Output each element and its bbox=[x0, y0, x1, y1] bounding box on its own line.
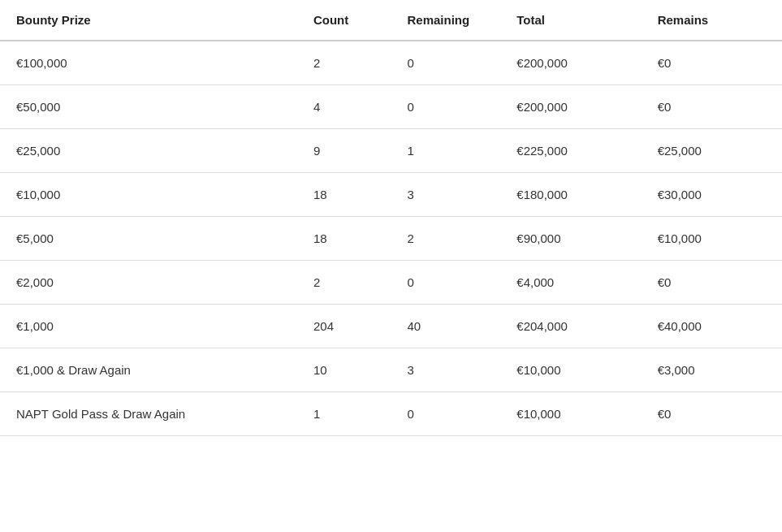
cell-total: €204,000 bbox=[500, 305, 641, 348]
cell-remaining: 3 bbox=[391, 173, 501, 217]
cell-remains: €30,000 bbox=[642, 173, 782, 217]
table-row: €50,00040€200,000€0 bbox=[0, 85, 782, 129]
col-header-total: Total bbox=[500, 0, 641, 41]
col-header-remaining: Remaining bbox=[391, 0, 501, 41]
cell-count: 10 bbox=[297, 348, 391, 392]
table-row: €1,00020440€204,000€40,000 bbox=[0, 305, 782, 348]
col-header-prize: Bounty Prize bbox=[0, 0, 297, 41]
cell-count: 9 bbox=[297, 129, 391, 173]
cell-remaining: 0 bbox=[391, 41, 501, 85]
cell-remains: €10,000 bbox=[642, 217, 782, 261]
cell-remains: €0 bbox=[642, 392, 782, 436]
cell-remains: €0 bbox=[642, 41, 782, 85]
cell-total: €200,000 bbox=[500, 41, 641, 85]
cell-remaining: 3 bbox=[391, 348, 501, 392]
cell-prize: €5,000 bbox=[0, 217, 297, 261]
cell-remains: €0 bbox=[642, 261, 782, 305]
cell-prize: €10,000 bbox=[0, 173, 297, 217]
cell-remaining: 0 bbox=[391, 261, 501, 305]
cell-total: €180,000 bbox=[500, 173, 641, 217]
cell-remaining: 1 bbox=[391, 129, 501, 173]
cell-remaining: 40 bbox=[391, 305, 501, 348]
cell-prize: NAPT Gold Pass & Draw Again bbox=[0, 392, 297, 436]
cell-total: €225,000 bbox=[500, 129, 641, 173]
cell-prize: €1,000 bbox=[0, 305, 297, 348]
bounty-prize-table: Bounty Prize Count Remaining Total Remai… bbox=[0, 0, 782, 436]
cell-count: 1 bbox=[297, 392, 391, 436]
cell-remaining: 0 bbox=[391, 85, 501, 129]
cell-remains: €3,000 bbox=[642, 348, 782, 392]
cell-count: 2 bbox=[297, 261, 391, 305]
cell-prize: €100,000 bbox=[0, 41, 297, 85]
cell-prize: €1,000 & Draw Again bbox=[0, 348, 297, 392]
cell-count: 204 bbox=[297, 305, 391, 348]
cell-count: 18 bbox=[297, 217, 391, 261]
cell-remains: €0 bbox=[642, 85, 782, 129]
cell-count: 18 bbox=[297, 173, 391, 217]
cell-remains: €40,000 bbox=[642, 305, 782, 348]
table-row: €5,000182€90,000€10,000 bbox=[0, 217, 782, 261]
table-row: €2,00020€4,000€0 bbox=[0, 261, 782, 305]
cell-prize: €25,000 bbox=[0, 129, 297, 173]
cell-remaining: 2 bbox=[391, 217, 501, 261]
table-row: €1,000 & Draw Again103€10,000€3,000 bbox=[0, 348, 782, 392]
table-row: NAPT Gold Pass & Draw Again10€10,000€0 bbox=[0, 392, 782, 436]
col-header-count: Count bbox=[297, 0, 391, 41]
cell-remains: €25,000 bbox=[642, 129, 782, 173]
cell-total: €10,000 bbox=[500, 348, 641, 392]
cell-count: 2 bbox=[297, 41, 391, 85]
table-header-row: Bounty Prize Count Remaining Total Remai… bbox=[0, 0, 782, 41]
col-header-remains: Remains bbox=[642, 0, 782, 41]
table-row: €100,00020€200,000€0 bbox=[0, 41, 782, 85]
cell-remaining: 0 bbox=[391, 392, 501, 436]
table-row: €10,000183€180,000€30,000 bbox=[0, 173, 782, 217]
table-row: €25,00091€225,000€25,000 bbox=[0, 129, 782, 173]
cell-total: €4,000 bbox=[500, 261, 641, 305]
cell-total: €10,000 bbox=[500, 392, 641, 436]
cell-prize: €50,000 bbox=[0, 85, 297, 129]
cell-prize: €2,000 bbox=[0, 261, 297, 305]
cell-total: €200,000 bbox=[500, 85, 641, 129]
cell-count: 4 bbox=[297, 85, 391, 129]
cell-total: €90,000 bbox=[500, 217, 641, 261]
